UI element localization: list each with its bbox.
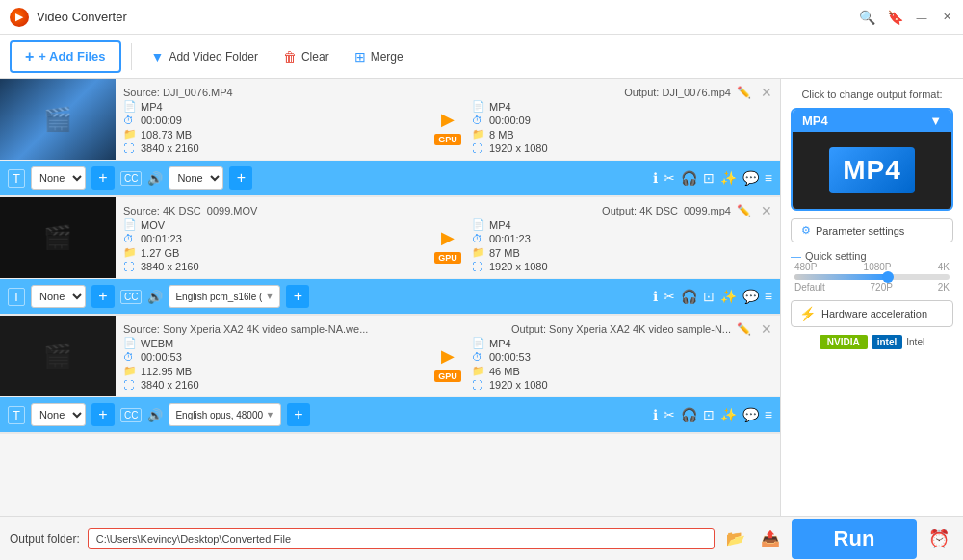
controls-row-1: T None + CC 🔊 None + ℹ ✂ 🎧 ⊡ ✨ 💬 bbox=[0, 161, 780, 195]
output-label-2: Output: 4K DSC_0099.mp4 bbox=[602, 205, 731, 216]
arrow-icon-3: ▶ bbox=[441, 345, 455, 367]
edit-output-1[interactable]: ✏️ bbox=[737, 86, 751, 99]
close-button[interactable]: ✕ bbox=[940, 11, 953, 24]
remove-file-1[interactable]: ✕ bbox=[761, 85, 772, 100]
info-icon-3[interactable]: ℹ bbox=[653, 407, 658, 422]
audio-dropdown-2[interactable]: English pcm_s16le ( ▼ bbox=[169, 285, 280, 308]
parameter-settings-button[interactable]: ⚙ Parameter settings bbox=[791, 218, 953, 242]
effects-icon-3[interactable]: ✨ bbox=[720, 407, 737, 422]
audio-icon-3: 🔊 bbox=[147, 408, 163, 422]
format-icon-2: 📄 bbox=[123, 218, 137, 231]
file-source-row: Source: DJI_0076.MP4 Output: DJI_0076.mp… bbox=[123, 85, 772, 100]
browse-folder-button[interactable]: 📂 bbox=[722, 527, 749, 549]
subtitle-select-3[interactable]: None bbox=[31, 403, 86, 426]
cut-icon-1[interactable]: ✂ bbox=[664, 170, 675, 186]
output-label-1: Output: DJI_0076.mp4 bbox=[624, 87, 731, 98]
edit-output-3[interactable]: ✏️ bbox=[737, 322, 751, 336]
file-source-row-2: Source: 4K DSC_0099.MOV Output: 4K DSC_0… bbox=[123, 203, 772, 218]
audio-lang-2: English pcm_s16le ( bbox=[175, 292, 262, 302]
format-header[interactable]: MP4 ▼ bbox=[793, 110, 951, 132]
cut-icon-3[interactable]: ✂ bbox=[664, 407, 675, 422]
add-files-button[interactable]: + + Add Files bbox=[10, 40, 121, 73]
src-format-2: MOV bbox=[141, 219, 165, 231]
crop-icon-2[interactable]: ⊡ bbox=[703, 289, 715, 304]
search-icon[interactable]: 🔍 bbox=[859, 10, 875, 25]
dropdown-arrow-2: ▼ bbox=[265, 292, 273, 301]
add-audio-3[interactable]: + bbox=[287, 403, 310, 426]
hw-accel-button[interactable]: ⚡ Hardware acceleration bbox=[791, 300, 953, 327]
subtitle-icon-1[interactable]: 💬 bbox=[742, 170, 759, 186]
label-2k: 2K bbox=[938, 282, 950, 293]
dst-size-3: 46 MB bbox=[489, 366, 520, 377]
src-duration-3: 00:00:53 bbox=[141, 351, 182, 363]
audio-dropdown-3[interactable]: English opus, 48000 ▼ bbox=[169, 403, 281, 426]
file-icon-dst-2: 📁 bbox=[472, 246, 485, 259]
src-res-3: 3840 x 2160 bbox=[141, 379, 199, 391]
text-ctrl-icon: T bbox=[8, 169, 25, 188]
effects-icon-1[interactable]: ✨ bbox=[720, 170, 737, 186]
cc-icon: CC bbox=[120, 171, 142, 186]
info-icon-2[interactable]: ℹ bbox=[653, 289, 658, 304]
add-folder-button[interactable]: ▼ Add Video Folder bbox=[142, 44, 268, 69]
clock-icon-dst-2: ⏱ bbox=[472, 233, 485, 244]
slider-fill bbox=[794, 274, 888, 280]
source-label-1: Source: DJI_0076.MP4 bbox=[123, 87, 233, 98]
quick-setting-label: — Quick setting bbox=[791, 250, 953, 262]
run-button[interactable]: Run bbox=[792, 519, 917, 559]
file-item-2: 🎬 Source: 4K DSC_0099.MOV Output: 4K DSC… bbox=[0, 197, 780, 316]
src-res-row: ⛶ 3840 x 2160 bbox=[123, 142, 424, 154]
headphone-icon-1[interactable]: 🎧 bbox=[681, 170, 697, 186]
crop-icon-3[interactable]: ⊡ bbox=[703, 407, 715, 422]
watermark-icon-2[interactable]: ≡ bbox=[765, 289, 772, 304]
label-720p: 720P bbox=[871, 282, 893, 293]
file-details-3: 📄WEBM ⏱00:00:53 📁112.95 MB ⛶3840 x 2160 … bbox=[123, 337, 772, 391]
effects-icon-2[interactable]: ✨ bbox=[720, 289, 737, 304]
add-folder-label: Add Video Folder bbox=[169, 50, 258, 64]
watermark-icon-3[interactable]: ≡ bbox=[765, 407, 772, 422]
res-icon-3: ⛶ bbox=[123, 379, 137, 391]
output-path-input[interactable] bbox=[88, 528, 715, 549]
crop-icon-1[interactable]: ⊡ bbox=[703, 170, 715, 186]
cut-icon-2[interactable]: ✂ bbox=[664, 289, 675, 304]
add-audio-2[interactable]: + bbox=[286, 285, 309, 308]
controls-row-3: T None + CC 🔊 English opus, 48000 ▼ + ℹ … bbox=[0, 397, 780, 432]
info-icon-1[interactable]: ℹ bbox=[653, 170, 658, 186]
format-selector[interactable]: MP4 ▼ MP4 bbox=[791, 108, 953, 211]
file-details-left-2: 📄MOV ⏱00:01:23 📁1.27 GB ⛶3840 x 2160 bbox=[123, 218, 424, 272]
remove-file-3[interactable]: ✕ bbox=[761, 321, 772, 337]
dropdown-arrow-3: ▼ bbox=[266, 410, 274, 420]
watermark-icon-1[interactable]: ≡ bbox=[765, 170, 772, 186]
clear-button[interactable]: 🗑 Clear bbox=[273, 44, 339, 69]
subtitle-select-1[interactable]: None bbox=[31, 166, 86, 190]
add-subtitle-1[interactable]: + bbox=[91, 166, 115, 190]
add-audio-1[interactable]: + bbox=[229, 166, 252, 190]
minimize-button[interactable]: — bbox=[915, 11, 928, 24]
src-size-3: 112.95 MB bbox=[141, 366, 192, 377]
slider-track[interactable] bbox=[794, 274, 950, 280]
audio-select-1[interactable]: None bbox=[169, 166, 223, 190]
slider-labels-bottom: Default 720P 2K bbox=[794, 282, 950, 293]
alarm-button[interactable]: ⏰ bbox=[924, 526, 953, 551]
app-title: Video Converter bbox=[37, 10, 127, 24]
headphone-icon-3[interactable]: 🎧 bbox=[681, 407, 697, 422]
merge-button[interactable]: ⊞ Merge bbox=[345, 44, 413, 69]
file-thumbnail-2: 🎬 bbox=[0, 197, 116, 278]
gpu-brands-row: NVIDIA intel Intel bbox=[791, 335, 953, 349]
slider-thumb[interactable] bbox=[882, 271, 894, 283]
bookmark-icon[interactable]: 🔖 bbox=[887, 10, 903, 25]
dst-format-3: MP4 bbox=[489, 338, 511, 349]
dst-size-row: 📁 8 MB bbox=[472, 128, 772, 140]
headphone-icon-2[interactable]: 🎧 bbox=[681, 289, 697, 304]
subtitle-select-2[interactable]: None bbox=[31, 285, 86, 308]
subtitle-icon-2[interactable]: 💬 bbox=[742, 289, 759, 304]
clock-icon-dst: ⏱ bbox=[472, 115, 485, 126]
subtitle-icon-3[interactable]: 💬 bbox=[742, 407, 759, 422]
add-subtitle-3[interactable]: + bbox=[91, 403, 115, 426]
share-button[interactable]: 📤 bbox=[757, 527, 784, 549]
add-subtitle-2[interactable]: + bbox=[91, 285, 115, 308]
format-icon-dst-3: 📄 bbox=[472, 337, 485, 349]
edit-output-2[interactable]: ✏️ bbox=[737, 204, 751, 217]
remove-file-2[interactable]: ✕ bbox=[761, 203, 772, 218]
hw-accel-label: Hardware acceleration bbox=[821, 308, 927, 319]
src-format-3: WEBM bbox=[141, 338, 173, 349]
